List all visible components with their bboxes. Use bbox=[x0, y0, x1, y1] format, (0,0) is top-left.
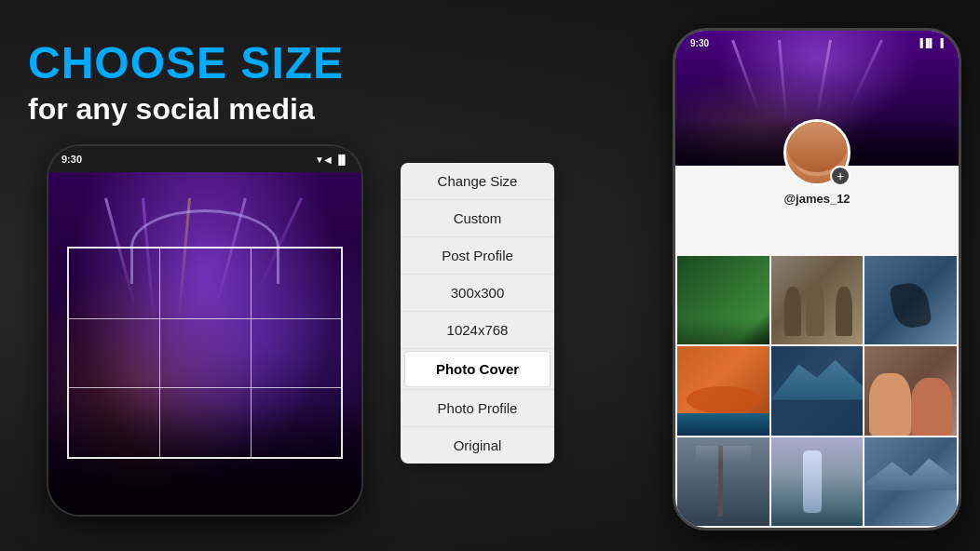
headline-main: CHOOSE SIZE bbox=[28, 37, 344, 88]
grid-v1 bbox=[159, 249, 160, 457]
phone-right-icons: ▐▐▌ ▐ bbox=[917, 38, 944, 47]
dropdown-item-change-size[interactable]: Change Size bbox=[401, 163, 554, 199]
phone-left-status-bar: 9:30 ▼◀ ▐▌ bbox=[48, 146, 361, 172]
phone-left-time: 9:30 bbox=[61, 154, 82, 165]
avatar-wrapper: + bbox=[783, 119, 851, 186]
phone-right: 9:30 ▐▐▌ ▐ + bbox=[673, 28, 961, 531]
photo-cell-9[interactable] bbox=[864, 437, 957, 526]
profile-section: + @james_12 bbox=[675, 119, 959, 206]
photo-cell-1[interactable] bbox=[677, 256, 769, 344]
phone-right-time: 9:30 bbox=[690, 38, 709, 48]
dropdown-item-photo-cover[interactable]: Photo Cover bbox=[404, 351, 551, 387]
dropdown-item-post-profile[interactable]: Post Profile bbox=[401, 237, 554, 274]
dropdown-divider-5 bbox=[401, 348, 554, 349]
dropdown-item-original[interactable]: Original bbox=[401, 427, 554, 464]
username-label: @james_12 bbox=[783, 192, 850, 206]
phone-left-image bbox=[48, 172, 361, 515]
signal-icon: ▐▐▌ bbox=[917, 38, 934, 47]
dropdown-item-photo-profile[interactable]: Photo Profile bbox=[401, 390, 554, 426]
photo-grid bbox=[675, 254, 959, 528]
photo-cell-7[interactable] bbox=[677, 437, 769, 526]
phone-right-status-bar: 9:30 ▐▐▌ ▐ bbox=[675, 31, 959, 55]
headline-section: CHOOSE SIZE for any social media bbox=[28, 37, 344, 127]
photo-cell-5[interactable] bbox=[771, 346, 864, 435]
grid-v2 bbox=[251, 249, 252, 457]
dropdown-item-1024x768[interactable]: 1024x768 bbox=[401, 312, 554, 348]
photo-cell-3[interactable] bbox=[864, 256, 957, 344]
wifi-icon: ▼◀ bbox=[315, 155, 332, 165]
photo-cell-2[interactable] bbox=[771, 256, 864, 344]
dropdown-item-custom[interactable]: Custom bbox=[401, 200, 554, 236]
headline-sub: for any social media bbox=[28, 92, 344, 127]
phone-left: 9:30 ▼◀ ▐▌ bbox=[47, 144, 363, 517]
crop-grid bbox=[67, 247, 343, 459]
grid-h1 bbox=[69, 318, 341, 319]
phone-left-icons: ▼◀ ▐▌ bbox=[315, 155, 348, 165]
photo-cell-6[interactable] bbox=[864, 346, 957, 435]
dropdown-item-300x300[interactable]: 300x300 bbox=[401, 275, 554, 311]
photo-cell-8[interactable] bbox=[771, 437, 864, 526]
battery-icon-right: ▐ bbox=[938, 38, 944, 47]
battery-icon: ▐▌ bbox=[335, 155, 348, 165]
add-photo-button[interactable]: + bbox=[830, 166, 851, 186]
grid-h2 bbox=[69, 387, 341, 388]
dropdown-menu: Change Size Custom Post Profile 300x300 … bbox=[401, 163, 554, 464]
photo-cell-4[interactable] bbox=[677, 346, 769, 435]
